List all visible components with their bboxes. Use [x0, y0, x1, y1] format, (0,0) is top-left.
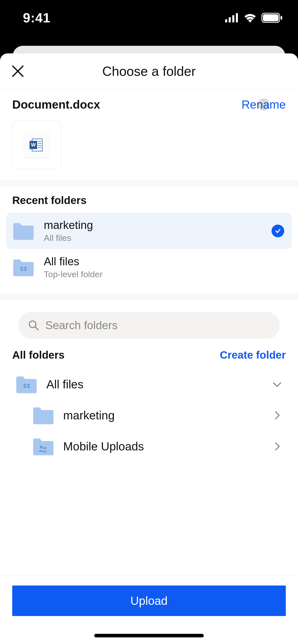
- all-folders-header: All folders Create folder: [0, 346, 298, 369]
- create-folder-button[interactable]: Create folder: [220, 349, 286, 361]
- tree-title: All files: [46, 377, 84, 391]
- cellular-icon: [225, 13, 239, 22]
- folder-title: All files: [44, 255, 103, 268]
- section-divider: [0, 180, 298, 187]
- svg-rect-6: [281, 16, 282, 20]
- folder-icon: [32, 406, 55, 425]
- screen: 9:41 Choose a folder Document.docx Renam…: [0, 0, 298, 644]
- battery-icon: [261, 13, 283, 23]
- svg-rect-3: [236, 13, 238, 22]
- tree-item-mobile-uploads[interactable]: Mobile Uploads: [0, 431, 298, 462]
- touch-indicator: [258, 98, 270, 111]
- upload-button[interactable]: Upload: [12, 586, 286, 616]
- sheet-header: Choose a folder: [0, 53, 298, 89]
- search-section: Search folders: [0, 300, 298, 346]
- folder-title: marketing: [44, 219, 93, 231]
- tree-title: marketing: [63, 408, 115, 422]
- shared-folder-icon: [32, 437, 55, 456]
- svg-point-24: [40, 446, 43, 449]
- svg-line-19: [35, 327, 38, 330]
- tree-item-marketing[interactable]: marketing: [0, 400, 298, 431]
- svg-point-25: [44, 447, 46, 449]
- file-thumbnail[interactable]: W: [12, 121, 61, 169]
- folder-subtitle: All files: [44, 233, 93, 243]
- rename-button[interactable]: Rename: [241, 98, 286, 111]
- tree-title: Mobile Uploads: [63, 440, 144, 453]
- status-time: 9:41: [23, 10, 50, 25]
- recent-folder-all-files[interactable]: All files Top-level folder: [0, 249, 298, 285]
- file-name: Document.docx: [12, 98, 100, 111]
- sheet-title: Choose a folder: [102, 64, 196, 79]
- svg-rect-5: [263, 14, 279, 21]
- selected-check-icon: [272, 225, 284, 237]
- tree-item-all-files[interactable]: All files: [0, 369, 298, 400]
- svg-rect-0: [225, 19, 227, 22]
- svg-rect-2: [232, 15, 234, 22]
- section-divider: [0, 293, 298, 300]
- status-icons: [225, 13, 283, 23]
- chevron-right-icon[interactable]: [272, 410, 283, 421]
- search-icon: [28, 320, 39, 331]
- close-icon: [11, 65, 24, 78]
- folder-icon: [12, 222, 35, 240]
- chevron-right-icon[interactable]: [272, 441, 283, 452]
- chevron-down-icon[interactable]: [272, 379, 283, 390]
- wifi-icon: [243, 13, 257, 23]
- home-indicator: [94, 634, 204, 637]
- svg-rect-1: [229, 17, 231, 22]
- status-bar: 9:41: [0, 0, 298, 36]
- recent-folders-label: Recent folders: [0, 187, 298, 213]
- recent-folder-marketing[interactable]: marketing All files: [6, 213, 292, 249]
- modal-sheet: Choose a folder Document.docx Rename W R…: [0, 53, 298, 644]
- svg-text:W: W: [31, 142, 36, 148]
- word-doc-icon: W: [24, 132, 49, 158]
- file-section: Document.docx Rename W: [0, 89, 298, 180]
- search-placeholder: Search folders: [45, 319, 118, 332]
- all-folders-label: All folders: [12, 349, 64, 361]
- folder-subtitle: Top-level folder: [44, 269, 103, 279]
- dropbox-folder-icon: [12, 258, 35, 277]
- dropbox-folder-icon: [15, 375, 38, 394]
- close-button[interactable]: [10, 64, 25, 79]
- search-input[interactable]: Search folders: [18, 312, 280, 339]
